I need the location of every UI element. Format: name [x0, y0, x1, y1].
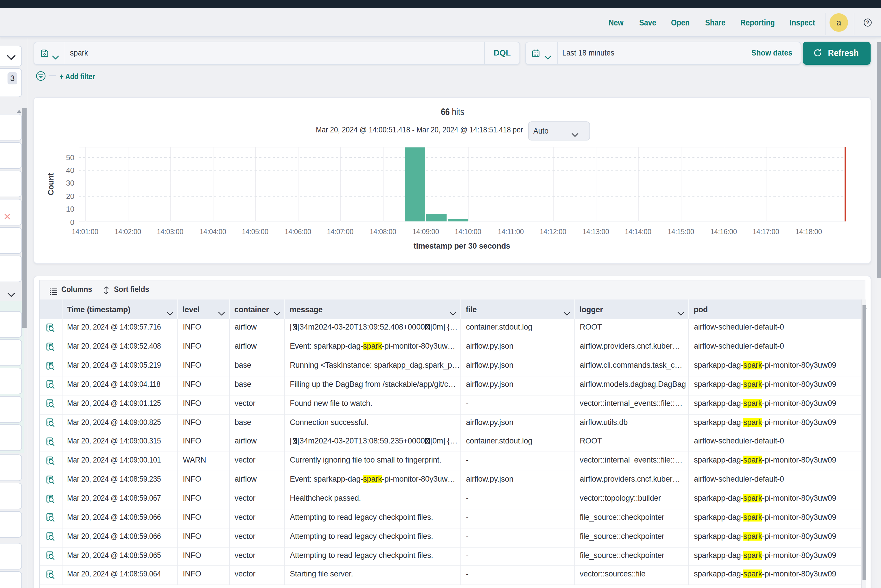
svg-text:?: ? [866, 20, 869, 25]
